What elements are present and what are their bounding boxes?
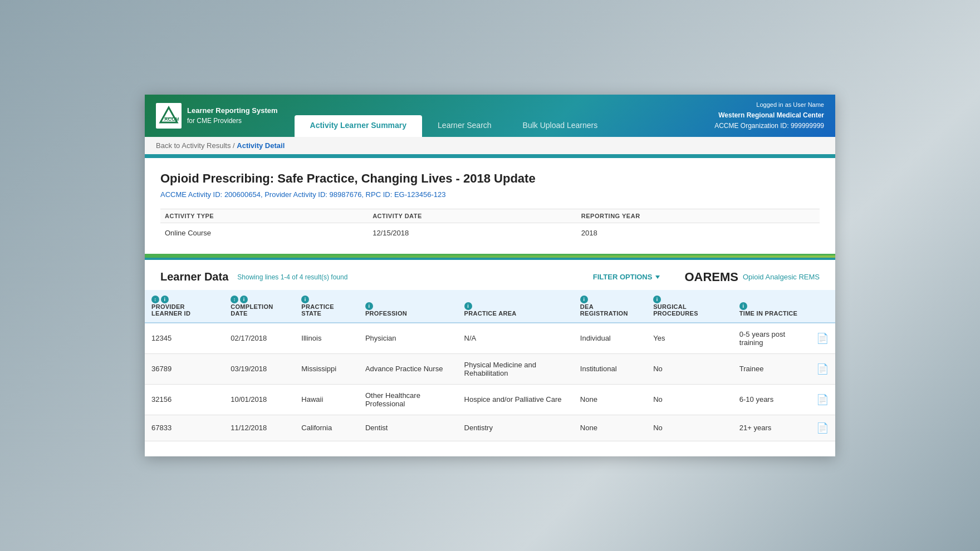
cell-time-in-practice: Trainee xyxy=(733,353,810,384)
info-icon-profession[interactable]: i xyxy=(365,302,373,310)
cell-practice-state: Illinois xyxy=(295,323,359,354)
cell-time-in-practice: 0-5 years post training xyxy=(733,323,810,354)
table-row: 1234502/17/2018IllinoisPhysicianN/AIndiv… xyxy=(145,323,835,354)
activity-row: Online Course 12/15/2018 2018 xyxy=(160,223,820,243)
pdf-download-icon[interactable]: 📄 xyxy=(816,363,829,375)
info-icon-learner-id[interactable]: i xyxy=(161,296,169,303)
table-row: 3215610/01/2018HawaiiOther Healthcare Pr… xyxy=(145,384,835,415)
info-icon-surgical-procedures[interactable]: i xyxy=(653,296,661,303)
cell-dea-registration: None xyxy=(574,415,646,441)
breadcrumb-current: Activity Detail xyxy=(237,141,285,150)
brand-text: Learner Reporting System for CME Provide… xyxy=(187,106,278,125)
breadcrumb: Back to Activity Results / Activity Deta… xyxy=(145,137,835,156)
app-header: ACCME Learner Reporting System for CME P… xyxy=(145,95,835,137)
org-id: ACCME Organization ID: 999999999 xyxy=(714,121,824,131)
provider-id-value: 98987676 xyxy=(330,190,362,199)
breadcrumb-back-link[interactable]: Back to Activity Results xyxy=(156,141,231,150)
provider-id-label: Provider Activity ID: xyxy=(264,190,327,199)
tab-bulk-upload[interactable]: Bulk Upload Learners xyxy=(507,115,614,137)
col-header-surgical-procedures: i SURGICAL PROCEDURES xyxy=(646,290,733,323)
col-header-actions xyxy=(810,290,835,323)
cell-profession: Dentist xyxy=(359,415,458,441)
cell-time-in-practice: 21+ years xyxy=(733,415,810,441)
org-id-label: ACCME Organization ID: xyxy=(714,122,788,130)
cell-practice-state: Hawaii xyxy=(295,384,359,415)
logged-in-label: Logged in as User Name xyxy=(756,100,824,110)
cell-time-in-practice: 6-10 years xyxy=(733,384,810,415)
col-reporting-year: REPORTING YEAR xyxy=(577,209,820,223)
org-name: Western Regional Medical Center xyxy=(718,110,824,121)
info-icon-practice-state[interactable]: i xyxy=(301,296,309,303)
col-header-practice-area: i PRACTICE AREA xyxy=(458,290,574,323)
oarems-label: OAREMS xyxy=(684,270,738,284)
cell-pdf-action: 📄 xyxy=(810,323,835,354)
col-header-completion-date: ↕ i COMPLETION DATE xyxy=(224,290,295,323)
system-subtitle: for CME Providers xyxy=(187,116,278,126)
reporting-year-value: 2018 xyxy=(577,223,820,243)
cell-dea-registration: Individual xyxy=(574,323,646,354)
activity-detail-card: Opioid Prescribing: Safe Practice, Chang… xyxy=(145,158,835,255)
col-header-profession: i PROFESSION xyxy=(359,290,458,323)
table-row: 6783311/12/2018CaliforniaDentistDentistr… xyxy=(145,415,835,441)
brand-area: ACCME Learner Reporting System for CME P… xyxy=(145,95,289,137)
cell-pdf-action: 📄 xyxy=(810,384,835,415)
chevron-down-icon xyxy=(655,276,660,279)
cell-provider-learner-id: 36789 xyxy=(145,353,224,384)
svg-text:ACCME: ACCME xyxy=(164,116,179,122)
col-header-practice-state: i PRACTICE STATE xyxy=(295,290,359,323)
col-activity-date: ACTIVITY DATE xyxy=(368,209,577,223)
sort-icon-learner-id[interactable]: ↕ xyxy=(151,296,159,303)
filter-options-button[interactable]: FILTER OPTIONS xyxy=(589,270,665,283)
breadcrumb-separator: / xyxy=(233,141,235,150)
cell-provider-learner-id: 12345 xyxy=(145,323,224,354)
rpc-id-label: RPC ID: xyxy=(366,190,393,199)
cell-completion-date: 02/17/2018 xyxy=(224,323,295,354)
sort-icon-completion-date[interactable]: ↕ xyxy=(231,296,238,303)
cell-surgical-procedures: No xyxy=(646,384,733,415)
system-title: Learner Reporting System xyxy=(187,106,278,116)
cell-practice-area: N/A xyxy=(458,323,574,354)
learner-data-table: ↕ i PROVIDER LEARNER ID ↕ i COMPLETION D… xyxy=(145,290,835,441)
oarems-description: Opioid Analgesic REMS xyxy=(743,273,820,281)
pdf-download-icon[interactable]: 📄 xyxy=(816,332,829,345)
learner-data-title: Learner Data xyxy=(160,270,228,283)
activity-info-table: ACTIVITY TYPE ACTIVITY DATE REPORTING YE… xyxy=(160,209,820,243)
cell-profession: Physician xyxy=(359,323,458,354)
info-icon-dea-registration[interactable]: i xyxy=(580,296,588,303)
accme-id-value: 200600654 xyxy=(224,190,261,199)
cell-provider-learner-id: 32156 xyxy=(145,384,224,415)
learner-table-wrapper: ↕ i PROVIDER LEARNER ID ↕ i COMPLETION D… xyxy=(145,290,835,452)
tab-activity-learner-summary[interactable]: Activity Learner Summary xyxy=(295,115,423,137)
cell-dea-registration: None xyxy=(574,384,646,415)
col-header-time-in-practice: i TIME IN PRACTICE xyxy=(733,290,810,323)
cell-completion-date: 11/12/2018 xyxy=(224,415,295,441)
info-icon-time-in-practice[interactable]: i xyxy=(739,302,747,310)
cell-dea-registration: Institutional xyxy=(574,353,646,384)
pdf-download-icon[interactable]: 📄 xyxy=(816,422,829,434)
cell-surgical-procedures: No xyxy=(646,353,733,384)
learner-data-section: Learner Data Showing lines 1-4 of 4 resu… xyxy=(145,260,835,452)
cell-pdf-action: 📄 xyxy=(810,415,835,441)
cell-practice-state: California xyxy=(295,415,359,441)
rpc-id-value: EG-123456-123 xyxy=(394,190,446,199)
cell-practice-area: Dentistry xyxy=(458,415,574,441)
cell-practice-area: Physical Medicine and Rehabilitation xyxy=(458,353,574,384)
oarems-badge: OAREMS Opioid Analgesic REMS xyxy=(684,270,820,284)
info-icon-practice-area[interactable]: i xyxy=(464,302,472,310)
cell-practice-state: Mississippi xyxy=(295,353,359,384)
tab-learner-search[interactable]: Learner Search xyxy=(422,115,507,137)
info-icon-completion-date[interactable]: i xyxy=(240,296,248,303)
activity-type-value: Online Course xyxy=(160,223,368,243)
activity-title: Opioid Prescribing: Safe Practice, Chang… xyxy=(160,171,820,186)
cell-surgical-procedures: Yes xyxy=(646,323,733,354)
cell-profession: Other Healthcare Professional xyxy=(359,384,458,415)
col-activity-type: ACTIVITY TYPE xyxy=(160,209,368,223)
accme-logo: ACCME xyxy=(156,103,182,129)
user-info: Logged in as User Name Western Regional … xyxy=(703,95,835,137)
main-nav: Activity Learner Summary Learner Search … xyxy=(289,95,704,137)
cell-completion-date: 10/01/2018 xyxy=(224,384,295,415)
cell-completion-date: 03/19/2018 xyxy=(224,353,295,384)
activity-ids: ACCME Activity ID: 200600654, Provider A… xyxy=(160,190,820,199)
pdf-download-icon[interactable]: 📄 xyxy=(816,393,829,406)
cell-practice-area: Hospice and/or Palliative Care xyxy=(458,384,574,415)
